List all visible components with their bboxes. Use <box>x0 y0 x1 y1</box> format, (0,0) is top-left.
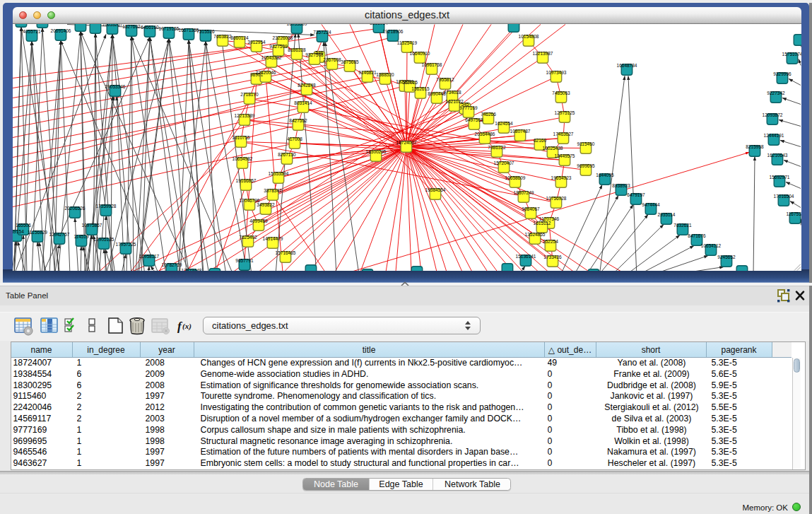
svg-text:1562615: 1562615 <box>411 86 430 91</box>
svg-text:8471676: 8471676 <box>688 233 706 238</box>
svg-text:8427552: 8427552 <box>289 118 307 123</box>
svg-text:18300295: 18300295 <box>366 149 387 154</box>
svg-text:62160: 62160 <box>534 138 546 143</box>
svg-text:7663822: 7663822 <box>213 34 232 39</box>
svg-text:746266: 746266 <box>481 112 496 117</box>
svg-text:20206526: 20206526 <box>65 206 86 211</box>
svg-text:2367608: 2367608 <box>323 57 341 62</box>
svg-text:14914479: 14914479 <box>263 236 283 241</box>
svg-text:114519: 114519 <box>73 234 89 239</box>
svg-text:10975857: 10975857 <box>82 223 102 228</box>
svg-text:8215958: 8215958 <box>746 144 764 149</box>
svg-text:10543382: 10543382 <box>261 55 282 60</box>
svg-text:17463627: 17463627 <box>553 132 574 136</box>
svg-text:7515526: 7515526 <box>196 29 215 34</box>
svg-text:16210643: 16210643 <box>767 153 788 158</box>
svg-text:562015: 562015 <box>402 80 418 85</box>
svg-text:15716485: 15716485 <box>276 250 296 255</box>
svg-text:15136141: 15136141 <box>516 254 536 259</box>
svg-text:12213389: 12213389 <box>235 113 255 118</box>
svg-text:2935114: 2935114 <box>658 212 676 217</box>
svg-text:17957225: 17957225 <box>116 242 136 247</box>
svg-text:12093872: 12093872 <box>763 112 783 117</box>
svg-text:(x): (x) <box>182 322 192 331</box>
svg-text:9146821: 9146821 <box>358 70 377 75</box>
svg-text:12444191: 12444191 <box>764 133 784 138</box>
svg-text:18807249: 18807249 <box>514 190 534 195</box>
svg-text:10653267: 10653267 <box>102 24 123 27</box>
svg-text:1624554: 1624554 <box>495 121 513 126</box>
svg-text:10654112: 10654112 <box>701 243 722 248</box>
svg-text:16961758: 16961758 <box>422 62 442 67</box>
svg-text:2887682: 2887682 <box>505 24 523 25</box>
svg-text:15692971: 15692971 <box>770 175 790 180</box>
svg-text:29053346: 29053346 <box>105 84 126 89</box>
svg-text:12975125: 12975125 <box>555 110 575 115</box>
svg-text:9227342: 9227342 <box>767 90 785 95</box>
svg-text:8242848: 8242848 <box>298 83 316 88</box>
svg-text:13449575: 13449575 <box>555 153 575 158</box>
svg-text:165506: 165506 <box>16 223 31 228</box>
svg-text:9245652: 9245652 <box>717 255 736 259</box>
svg-text:9699695: 9699695 <box>577 163 595 168</box>
svg-text:18724007: 18724007 <box>396 140 417 145</box>
svg-text:10719155: 10719155 <box>159 26 180 31</box>
svg-text:2718170: 2718170 <box>240 92 259 97</box>
svg-text:13524855: 13524855 <box>525 232 546 237</box>
svg-text:417008: 417008 <box>287 136 302 141</box>
svg-text:12905135: 12905135 <box>94 237 114 242</box>
svg-text:10756928: 10756928 <box>546 196 567 201</box>
svg-text:9657791: 9657791 <box>235 258 254 263</box>
svg-text:9777169: 9777169 <box>459 105 478 110</box>
svg-text:3912954: 3912954 <box>247 40 266 45</box>
svg-text:20691406: 20691406 <box>51 28 71 33</box>
svg-text:9084067: 9084067 <box>522 206 540 211</box>
svg-text:11325419: 11325419 <box>397 40 418 45</box>
svg-text:1610755: 1610755 <box>232 135 250 140</box>
svg-text:7986322: 7986322 <box>488 145 506 150</box>
svg-text:1588520: 1588520 <box>376 72 394 77</box>
svg-text:20364486: 20364486 <box>475 132 495 136</box>
svg-text:23226058: 23226058 <box>273 35 293 40</box>
svg-text:1167533: 1167533 <box>787 211 801 216</box>
svg-text:22420046: 22420046 <box>256 70 276 75</box>
svg-text:10958117: 10958117 <box>139 254 160 259</box>
svg-text:8938923: 8938923 <box>612 183 630 188</box>
svg-text:9115460: 9115460 <box>577 141 595 146</box>
svg-text:9327509: 9327509 <box>269 44 288 49</box>
svg-text:15720407: 15720407 <box>494 160 514 165</box>
svg-text:10658609: 10658609 <box>505 175 526 180</box>
svg-text:8267130: 8267130 <box>278 152 296 157</box>
svg-text:9329996: 9329996 <box>773 71 792 76</box>
svg-text:252254: 252254 <box>543 239 558 244</box>
svg-text:8031414: 8031414 <box>294 100 312 105</box>
svg-text:12942757: 12942757 <box>49 232 70 237</box>
svg-text:10807487: 10807487 <box>510 129 531 134</box>
svg-text:19166857: 19166857 <box>236 178 257 183</box>
svg-text:8186328: 8186328 <box>288 47 306 52</box>
svg-text:17359928: 17359928 <box>96 204 117 209</box>
svg-text:19654923: 19654923 <box>551 175 572 180</box>
svg-text:6466160: 6466160 <box>141 25 159 30</box>
svg-text:10025438: 10025438 <box>543 146 563 151</box>
svg-text:7357224: 7357224 <box>313 30 331 35</box>
svg-text:16782759: 16782759 <box>162 262 182 267</box>
svg-text:9327508: 9327508 <box>305 52 324 57</box>
svg-text:7625402: 7625402 <box>239 235 257 240</box>
svg-text:19218906: 19218906 <box>383 29 404 34</box>
svg-text:1644095: 1644095 <box>596 173 614 177</box>
svg-text:10654982: 10654982 <box>233 156 253 161</box>
svg-text:8660124: 8660124 <box>230 35 249 40</box>
svg-text:4099489: 4099489 <box>249 218 268 223</box>
svg-text:15353594: 15353594 <box>269 171 289 176</box>
svg-text:9734028: 9734028 <box>443 90 461 95</box>
svg-text:1733426: 1733426 <box>543 255 562 259</box>
svg-text:9474444: 9474444 <box>642 202 660 207</box>
svg-text:10154808: 10154808 <box>519 34 539 39</box>
svg-text:3675685: 3675685 <box>341 59 359 64</box>
svg-text:19384554: 19384554 <box>425 187 446 192</box>
svg-text:4055721: 4055721 <box>23 29 41 34</box>
svg-text:3493822: 3493822 <box>257 202 275 207</box>
svg-text:15751074: 15751074 <box>782 52 801 57</box>
svg-text:7955812: 7955812 <box>436 77 454 82</box>
